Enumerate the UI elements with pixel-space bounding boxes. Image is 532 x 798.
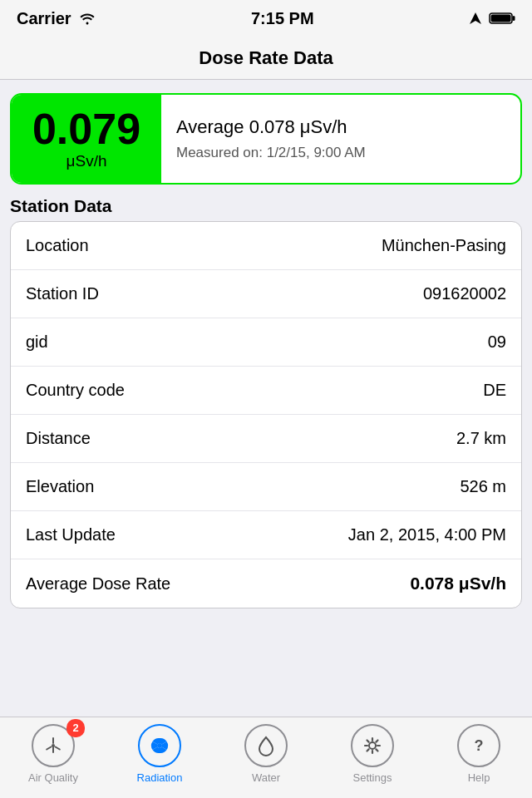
tab-water[interactable]: Water <box>213 724 319 784</box>
settings-icon <box>360 733 385 758</box>
station-data-header: Station Data <box>10 196 522 216</box>
air-quality-badge: 2 <box>66 719 85 737</box>
status-right <box>469 12 515 25</box>
dose-rate-value: 0.079 <box>32 107 140 150</box>
table-row: LocationMünchen-Pasing <box>11 222 521 270</box>
dose-rate-unit: μSv/h <box>66 152 107 170</box>
dose-rate-value-box: 0.079 μSv/h <box>12 95 161 183</box>
tab-air-quality[interactable]: 2 Air Quality <box>0 724 106 784</box>
dose-rate-measured: Measured on: 1/2/15, 9:00 AM <box>176 145 505 161</box>
table-row: Average Dose Rate0.078 μSv/h <box>11 559 521 608</box>
tab-bar: 2 Air Quality Radiation Water Settings ?… <box>0 717 532 798</box>
help-label: Help <box>468 771 490 784</box>
water-icon <box>254 733 278 758</box>
row-label: Distance <box>26 429 91 448</box>
radiation-icon <box>147 733 172 758</box>
table-row: Station ID091620002 <box>11 270 521 318</box>
svg-text:?: ? <box>475 737 484 754</box>
table-row: gid09 <box>11 318 521 367</box>
table-row: Elevation526 m <box>11 463 521 511</box>
row-label: Location <box>26 236 89 255</box>
svg-point-9 <box>157 743 162 748</box>
table-row: Last UpdateJan 2, 2015, 4:00 PM <box>11 511 521 559</box>
air-quality-icon <box>41 733 66 758</box>
row-value: 091620002 <box>423 284 506 303</box>
row-label: Country code <box>26 381 125 400</box>
status-bar: Carrier 7:15 PM <box>0 0 532 37</box>
row-value: München-Pasing <box>382 236 506 255</box>
water-icon-wrap <box>244 724 288 767</box>
row-value: 2.7 km <box>456 429 506 448</box>
radiation-icon-wrap <box>138 724 181 767</box>
battery-icon <box>489 12 515 25</box>
row-value: 09 <box>488 332 506 352</box>
tab-radiation[interactable]: Radiation <box>106 724 213 784</box>
water-icon-circle <box>244 724 288 767</box>
dose-rate-average: Average 0.078 μSv/h <box>176 116 505 138</box>
radiation-icon-circle <box>138 724 181 767</box>
row-label: Last Update <box>26 525 116 544</box>
settings-icon-wrap <box>351 724 394 767</box>
air-quality-label: Air Quality <box>28 771 78 784</box>
radiation-label: Radiation <box>137 771 183 784</box>
tab-settings[interactable]: Settings <box>319 724 426 784</box>
page-header: Dose Rate Data <box>0 37 532 80</box>
settings-label: Settings <box>353 771 392 784</box>
svg-rect-3 <box>490 15 510 22</box>
row-label: Elevation <box>26 477 94 496</box>
settings-icon-circle <box>351 724 394 767</box>
wifi-icon <box>78 12 96 25</box>
help-icon: ? <box>466 733 491 758</box>
svg-rect-8 <box>52 746 54 753</box>
tab-help[interactable]: ? Help <box>426 724 532 784</box>
row-value: 526 m <box>460 477 506 496</box>
row-value: 0.078 μSv/h <box>410 574 506 594</box>
svg-rect-6 <box>54 746 61 751</box>
svg-point-10 <box>369 742 376 749</box>
water-label: Water <box>252 771 280 784</box>
row-label: gid <box>26 332 48 352</box>
row-value: DE <box>483 381 506 400</box>
table-row: Country codeDE <box>11 367 521 415</box>
help-icon-wrap: ? <box>457 724 500 767</box>
row-label: Station ID <box>26 284 99 303</box>
location-icon <box>469 12 482 25</box>
carrier-label: Carrier <box>17 9 96 28</box>
svg-rect-7 <box>46 746 52 751</box>
svg-marker-0 <box>470 12 481 24</box>
help-icon-circle: ? <box>457 724 500 767</box>
svg-rect-2 <box>512 16 515 21</box>
table-row: Distance2.7 km <box>11 415 521 463</box>
time-label: 7:15 PM <box>251 9 314 28</box>
page-title: Dose Rate Data <box>199 47 332 69</box>
dose-rate-info: Average 0.078 μSv/h Measured on: 1/2/15,… <box>161 116 520 161</box>
row-value: Jan 2, 2015, 4:00 PM <box>348 525 506 544</box>
carrier-text: Carrier <box>17 9 71 28</box>
svg-rect-5 <box>52 737 54 744</box>
dose-rate-card: 0.079 μSv/h Average 0.078 μSv/h Measured… <box>10 93 522 185</box>
station-data-card: LocationMünchen-PasingStation ID09162000… <box>10 221 522 608</box>
row-label: Average Dose Rate <box>26 574 170 594</box>
air-quality-icon-wrap: 2 <box>32 724 75 767</box>
